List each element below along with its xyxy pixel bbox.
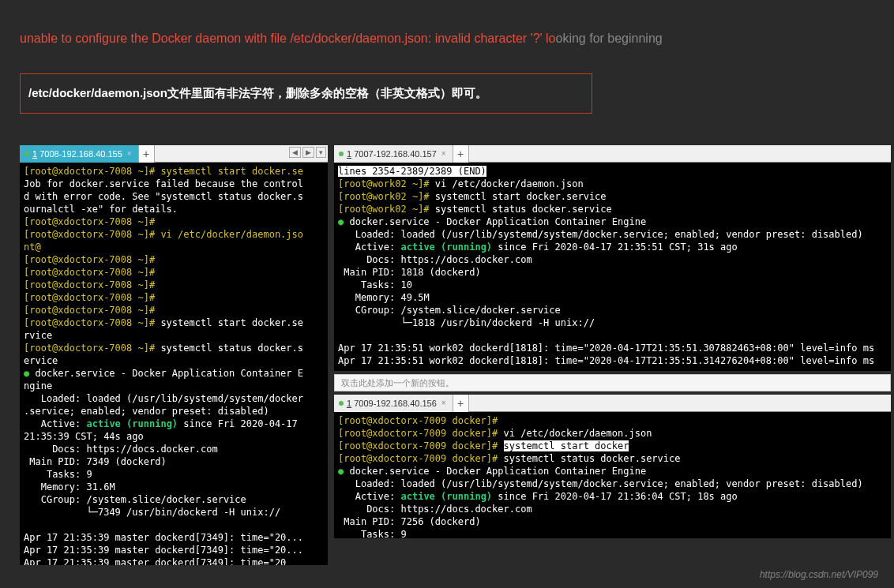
solution-text: /etc/docker/daemon.json文件里面有非法字符，删除多余的空格… (28, 86, 487, 99)
error-message: unable to configure the Docker daemon wi… (20, 32, 878, 46)
terminal-7007[interactable]: lines 2354-2389/2389 (END) [root@work02 … (334, 163, 891, 371)
tab-next-icon[interactable]: ▶ (302, 147, 314, 158)
tab-num: 1 (347, 399, 351, 408)
tab-label: 7007-192.168.40.157 (354, 149, 437, 159)
close-icon[interactable]: × (127, 149, 132, 158)
tab-bar-left: 1 7008-192.168.40.155 × + ◀▶▾ (20, 145, 328, 163)
add-tab-button[interactable]: + (139, 145, 155, 163)
solution-box: /etc/docker/daemon.json文件里面有非法字符，删除多余的空格… (20, 73, 592, 114)
close-icon[interactable]: × (441, 149, 446, 158)
hint-bar[interactable]: 双击此处添加一个新的按钮。 (334, 374, 891, 391)
status-dot-icon (339, 401, 344, 406)
add-tab-button[interactable]: + (453, 145, 469, 163)
tab-label: 7008-192.168.40.155 (39, 149, 122, 159)
tab-num: 1 (32, 149, 37, 159)
tab-bar-bottom-right: 1 7009-192.168.40.156 × + (334, 395, 891, 412)
tab-bar-top-right: 1 7007-192.168.40.157 × + (334, 145, 891, 163)
watermark: https://blog.csdn.net/VIP099 (760, 569, 878, 580)
tab-dropdown-icon[interactable]: ▾ (316, 147, 326, 158)
tab-7008[interactable]: 1 7008-192.168.40.155 × (20, 145, 139, 163)
tab-nav-arrows: ◀▶▾ (289, 147, 326, 158)
status-dot-icon (339, 152, 344, 156)
tab-7007[interactable]: 1 7007-192.168.40.157 × (334, 145, 453, 163)
terminal-7009[interactable]: [root@xdoctorx-7009 docker]# [root@xdoct… (334, 412, 891, 538)
add-tab-button[interactable]: + (453, 395, 469, 412)
close-icon[interactable]: × (441, 399, 446, 407)
error-gray-text: oking for beginning (555, 32, 662, 45)
tab-7009[interactable]: 1 7009-192.168.40.156 × (334, 395, 453, 412)
status-dot-icon (24, 152, 29, 156)
tab-prev-icon[interactable]: ◀ (289, 147, 301, 158)
tab-label: 7009-192.168.40.156 (354, 399, 437, 408)
error-red-text: unable to configure the Docker daemon wi… (20, 32, 555, 45)
tab-num: 1 (347, 149, 351, 159)
terminal-7008[interactable]: [root@xdoctorx-7008 ~]# systemctl start … (20, 163, 328, 565)
